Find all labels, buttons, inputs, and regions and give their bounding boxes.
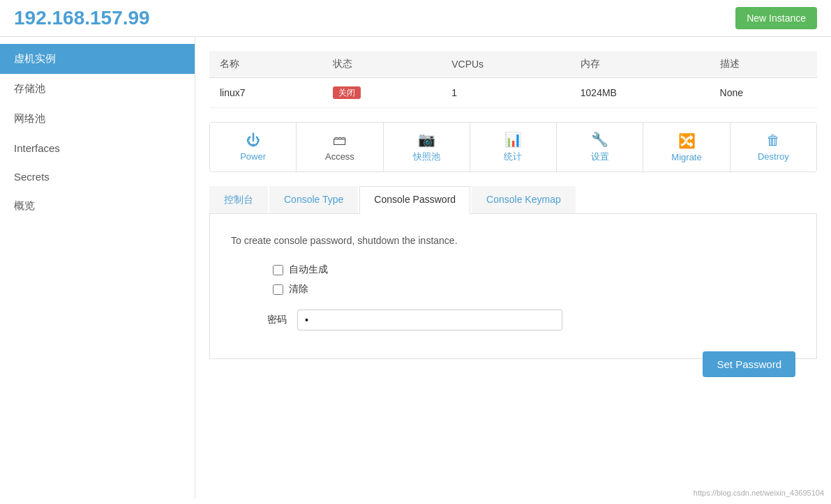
password-row: 密码 xyxy=(231,310,795,330)
col-name: 名称 xyxy=(209,51,322,78)
clear-checkbox[interactable] xyxy=(273,284,283,295)
main-content: 名称 状态 VCPUs 内存 描述 linux7 关闭 1 1024MB Non… xyxy=(195,37,831,499)
layout: 虚机实例 存储池 网络池 Interfaces Secrets 概览 名称 状态… xyxy=(0,37,831,499)
instance-vcpus: 1 xyxy=(441,78,570,108)
toolbar-destroy[interactable]: 🗑 Destroy xyxy=(731,123,816,171)
password-label: 密码 xyxy=(231,314,287,326)
clear-row: 清除 xyxy=(273,283,795,296)
table-row[interactable]: linux7 关闭 1 1024MB None xyxy=(209,78,817,108)
sidebar-item-storage-pool[interactable]: 存储池 xyxy=(0,74,195,104)
toolbar-snapshot[interactable]: 📷 快照池 xyxy=(384,123,470,171)
toolbar-stats-label: 统计 xyxy=(504,151,522,163)
access-icon: 🗃 xyxy=(333,132,347,148)
password-input[interactable] xyxy=(297,310,562,330)
toolbar-access[interactable]: 🗃 Access xyxy=(297,123,383,171)
sidebar-item-interfaces[interactable]: Interfaces xyxy=(0,134,195,162)
instance-name: linux7 xyxy=(209,78,322,108)
clear-label: 清除 xyxy=(289,283,308,296)
new-instance-button[interactable]: New Instance xyxy=(735,7,817,29)
checkbox-group: 自动生成 清除 xyxy=(273,264,795,296)
toolbar-migrate-label: Migrate xyxy=(671,152,701,162)
tab-console[interactable]: 控制台 xyxy=(209,186,268,213)
tab-console-type[interactable]: Console Type xyxy=(269,186,358,213)
sidebar: 虚机实例 存储池 网络池 Interfaces Secrets 概览 xyxy=(0,37,195,499)
sidebar-item-overview[interactable]: 概览 xyxy=(0,191,195,221)
destroy-icon: 🗑 xyxy=(766,132,780,148)
tab-console-keymap[interactable]: Console Keymap xyxy=(472,186,576,213)
instance-memory: 1024MB xyxy=(570,78,710,108)
auto-generate-label: 自动生成 xyxy=(289,264,328,276)
stats-icon: 📊 xyxy=(504,131,522,148)
toolbar-migrate[interactable]: 🔀 Migrate xyxy=(643,123,730,171)
toolbar-access-label: Access xyxy=(325,151,354,162)
col-description: 描述 xyxy=(710,51,817,78)
sidebar-item-secrets[interactable]: Secrets xyxy=(0,162,195,191)
toolbar-settings-label: 设置 xyxy=(591,151,609,163)
set-password-button[interactable]: Set Password xyxy=(703,351,795,377)
tab-console-password[interactable]: Console Password xyxy=(359,186,470,214)
tab-content-console-password: To create console password, shutdown the… xyxy=(209,214,817,359)
toolbar-stats[interactable]: 📊 统计 xyxy=(470,123,557,171)
auto-generate-row: 自动生成 xyxy=(273,264,795,276)
header: 192.168.157.99 New Instance xyxy=(0,0,831,37)
snapshot-icon: 📷 xyxy=(418,131,435,148)
power-icon: ⏻ xyxy=(246,132,260,148)
col-status: 状态 xyxy=(322,51,441,78)
toolbar-power[interactable]: ⏻ Power xyxy=(210,123,297,171)
settings-icon: 🔧 xyxy=(591,131,608,148)
page-title: 192.168.157.99 xyxy=(14,7,150,29)
sidebar-item-network-pool[interactable]: 网络池 xyxy=(0,104,195,134)
toolbar-destroy-label: Destroy xyxy=(758,151,789,162)
instance-table: 名称 状态 VCPUs 内存 描述 linux7 关闭 1 1024MB Non… xyxy=(209,51,817,108)
tabs: 控制台 Console Type Console Password Consol… xyxy=(209,186,817,214)
migrate-icon: 🔀 xyxy=(678,132,696,149)
toolbar-snapshot-label: 快照池 xyxy=(413,151,440,163)
auto-generate-checkbox[interactable] xyxy=(273,265,283,275)
watermark: https://blog.csdn.net/weixin_43695104 xyxy=(694,489,824,497)
instance-status: 关闭 xyxy=(322,78,441,108)
toolbar-settings[interactable]: 🔧 设置 xyxy=(557,123,643,171)
toolbar-power-label: Power xyxy=(240,151,266,162)
instance-description: None xyxy=(710,78,817,108)
col-memory: 内存 xyxy=(570,51,710,78)
col-vcpus: VCPUs xyxy=(441,51,570,78)
instance-toolbar: ⏻ Power 🗃 Access 📷 快照池 📊 统计 🔧 设置 🔀 Mi xyxy=(209,122,817,172)
notice-text: To create console password, shutdown the… xyxy=(231,235,795,246)
sidebar-item-vm-instances[interactable]: 虚机实例 xyxy=(0,44,195,74)
status-badge: 关闭 xyxy=(333,86,361,99)
